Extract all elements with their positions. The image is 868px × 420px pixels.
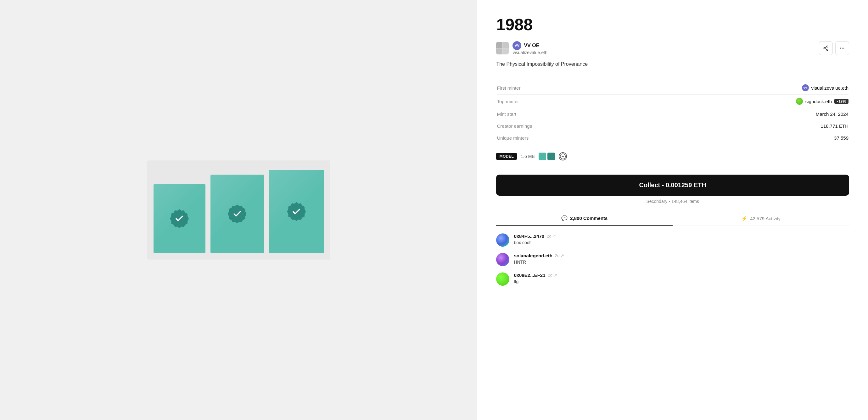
mint-start-value: March 24, 2024 — [816, 111, 848, 117]
comment-item: 0x09E2...EF21 2d ↗ lfg — [496, 272, 849, 286]
mint-start-label: Mint start — [497, 111, 516, 117]
creator-earnings-label: Creator earnings — [497, 123, 532, 129]
comment-body: 0x09E2...EF21 2d ↗ lfg — [514, 272, 849, 284]
top-minter-label: Top minter — [497, 99, 519, 104]
details-panel: 1988 VV VV OE visualizevalue.e — [477, 0, 868, 420]
collection-name[interactable]: VV OE — [524, 43, 539, 49]
comment-author[interactable]: solanalegend.eth — [514, 253, 553, 258]
swatch-2 — [548, 153, 555, 160]
comment-body: solanalegend.eth 2d ↗ HNTR — [514, 253, 849, 265]
comment-text: box cool! — [514, 240, 849, 245]
comment-avatar — [496, 234, 509, 247]
comment-author[interactable]: 0x09E2...EF21 — [514, 272, 545, 278]
top-minter-badge: ×1998 — [834, 99, 848, 104]
comment-item: 0x84F5...2470 2d ↗ box cool! — [496, 234, 849, 247]
artwork-container — [147, 160, 330, 260]
tools-row: MODEL 1.6 MB — [496, 152, 849, 167]
creator-earnings-value: 118.771 ETH — [821, 123, 848, 129]
artwork-card-2 — [211, 175, 264, 253]
badge-icon-2 — [228, 205, 247, 223]
badge-icon-1 — [170, 209, 189, 228]
circle-minus-icon[interactable] — [559, 152, 567, 160]
creator-avatar: VV — [513, 41, 521, 50]
collection-info: VV VV OE visualizevalue.eth — [496, 41, 548, 55]
comment-text: lfg — [514, 279, 849, 284]
unique-minters-value: 37,559 — [834, 135, 848, 141]
first-minter-value: VV visualizevalue.eth — [802, 84, 848, 91]
comments-list: 0x84F5...2470 2d ↗ box cool! solanalegen… — [496, 234, 849, 286]
comment-item: solanalegend.eth 2d ↗ HNTR — [496, 253, 849, 266]
file-size: 1.6 MB — [521, 154, 534, 159]
nft-subtitle: The Physical Impossibility of Provenance — [496, 61, 849, 73]
first-minter-avatar: VV — [802, 84, 809, 91]
creator-name[interactable]: visualizevalue.eth — [513, 50, 548, 55]
mint-start-row: Mint start March 24, 2024 — [497, 108, 848, 120]
top-minter-row: Top minter sighduck.eth ×1998 — [497, 95, 848, 108]
comment-header: solanalegend.eth 2d ↗ — [514, 253, 849, 258]
first-minter-row: First minter VV visualizevalue.eth — [497, 81, 848, 95]
activity-icon: ⚡ — [741, 215, 747, 221]
top-minter-avatar — [796, 98, 803, 105]
tab-activity[interactable]: ⚡ 42,579 Activity — [673, 211, 849, 226]
svg-point-7 — [843, 48, 844, 49]
comment-avatar — [496, 272, 509, 286]
share-button[interactable] — [819, 41, 833, 55]
artwork-card-3 — [269, 170, 324, 253]
svg-point-5 — [840, 48, 841, 49]
nft-title: 1988 — [496, 16, 849, 34]
collect-button[interactable]: Collect - 0.001259 ETH — [496, 175, 849, 196]
action-buttons — [819, 41, 849, 55]
collection-text: VV VV OE visualizevalue.eth — [513, 41, 548, 55]
comment-body: 0x84F5...2470 2d ↗ box cool! — [514, 234, 849, 245]
unique-minters-row: Unique minters 37,559 — [497, 132, 848, 144]
comment-icon: 💬 — [561, 215, 567, 221]
first-minter-label: First minter — [497, 85, 520, 91]
comment-header: 0x84F5...2470 2d ↗ — [514, 234, 849, 239]
comment-time: 2d ↗ — [548, 273, 557, 277]
comment-header: 0x09E2...EF21 2d ↗ — [514, 272, 849, 278]
swatch-1 — [538, 153, 546, 160]
metadata-table: First minter VV visualizevalue.eth Top m… — [496, 81, 849, 145]
top-minter-value: sighduck.eth ×1998 — [796, 98, 848, 105]
comment-text: HNTR — [514, 260, 849, 265]
secondary-info: Secondary • 148,464 items — [496, 199, 849, 204]
svg-line-4 — [825, 47, 827, 48]
tabs-row: 💬 2,800 Comments ⚡ 42,579 Activity — [496, 211, 849, 226]
artwork-panel — [0, 0, 477, 420]
creator-earnings-row: Creator earnings 118.771 ETH — [497, 120, 848, 132]
svg-point-6 — [842, 48, 842, 49]
more-options-button[interactable] — [835, 41, 849, 55]
unique-minters-label: Unique minters — [497, 135, 529, 141]
comment-avatar — [496, 253, 509, 266]
color-swatch — [538, 153, 555, 160]
tab-comments[interactable]: 💬 2,800 Comments — [496, 211, 673, 226]
svg-line-3 — [825, 49, 827, 50]
artwork-card-1 — [154, 184, 206, 253]
model-badge: MODEL — [496, 153, 517, 160]
collection-thumbnail[interactable] — [496, 42, 509, 54]
collection-row: VV VV OE visualizevalue.eth — [496, 41, 849, 55]
badge-icon-3 — [287, 202, 306, 221]
comment-author[interactable]: 0x84F5...2470 — [514, 234, 544, 239]
comment-time: 2d ↗ — [555, 253, 564, 258]
comment-time: 2d ↗ — [547, 234, 556, 238]
